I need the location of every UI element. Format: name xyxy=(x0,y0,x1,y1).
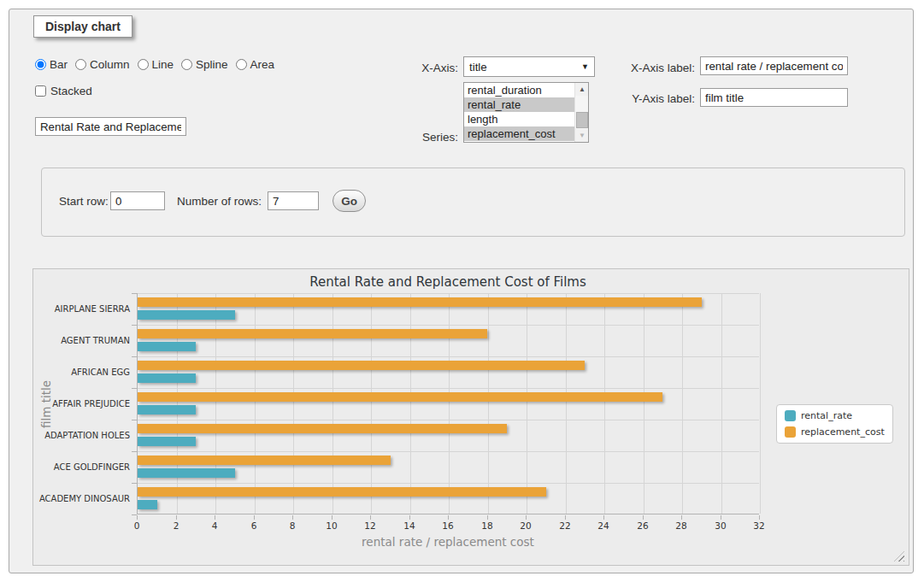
bar-group xyxy=(138,356,759,388)
chart-bar-rental_rate[interactable] xyxy=(138,373,196,383)
category-label: AIRPLANE SIERRA xyxy=(33,293,130,325)
chart-bar-replacement_cost[interactable] xyxy=(138,456,391,465)
radio-area[interactable]: Area xyxy=(236,58,275,71)
radio-column[interactable]: Column xyxy=(75,58,130,71)
bar-group xyxy=(138,451,759,483)
y-tick-mark xyxy=(132,293,137,294)
x-tick-mark xyxy=(448,515,449,520)
x-tick-label: 4 xyxy=(202,520,227,531)
radio-label: Line xyxy=(152,58,174,71)
y-tick-mark xyxy=(132,451,137,452)
radio-input-spline[interactable] xyxy=(181,59,192,70)
radio-line[interactable]: Line xyxy=(138,58,174,71)
plot-area xyxy=(137,293,759,514)
go-button[interactable]: Go xyxy=(333,190,366,212)
legend-item-rental_rate[interactable]: rental_rate xyxy=(785,410,885,421)
chart-type-radio-group: BarColumnLineSplineArea xyxy=(35,58,274,71)
x-tick-mark xyxy=(759,515,760,520)
series-option[interactable]: rental_rate xyxy=(464,97,588,112)
chart-title: Rental Rate and Replacement Cost of Film… xyxy=(137,274,759,290)
x-tick-label: 18 xyxy=(474,520,500,531)
start-row-label: Start row: xyxy=(59,195,109,208)
category-label: ACE GOLDFINGER xyxy=(33,451,130,483)
series-option[interactable]: length xyxy=(464,112,588,126)
scroll-thumb[interactable] xyxy=(576,112,588,128)
stacked-checkbox[interactable] xyxy=(35,85,46,97)
x-tick-mark xyxy=(721,515,721,520)
chart-bar-rental_rate[interactable] xyxy=(138,500,157,509)
chart-legend: rental_ratereplacement_cost xyxy=(776,404,893,444)
display-chart-legend: Display chart xyxy=(33,15,132,38)
chart-bar-rental_rate[interactable] xyxy=(138,342,196,351)
x-tick-label: 8 xyxy=(280,520,305,531)
x-tick-mark xyxy=(565,515,566,520)
scroll-down-icon[interactable]: ▼ xyxy=(575,129,589,142)
y-axis-label-input[interactable] xyxy=(700,88,848,107)
chart-bar-replacement_cost[interactable] xyxy=(138,392,662,402)
series-option[interactable]: rental_duration xyxy=(464,83,588,97)
chart-bar-replacement_cost[interactable] xyxy=(138,424,507,433)
chart-title-input[interactable] xyxy=(35,117,186,136)
radio-input-bar[interactable] xyxy=(35,59,46,70)
chart-bar-replacement_cost[interactable] xyxy=(138,329,487,338)
x-tick-label: 32 xyxy=(746,520,772,531)
category-label: AFFAIR PREJUDICE xyxy=(33,388,130,420)
radio-bar[interactable]: Bar xyxy=(35,58,68,71)
x-tick-mark xyxy=(603,515,604,520)
chart-bar-rental_rate[interactable] xyxy=(138,405,196,414)
x-axis-label-input[interactable] xyxy=(700,56,848,75)
dropdown-arrow-icon: ▼ xyxy=(581,62,589,71)
radio-input-column[interactable] xyxy=(75,59,86,70)
x-axis-select[interactable]: title ▼ xyxy=(463,56,595,77)
x-axis-title: rental rate / replacement cost xyxy=(137,535,759,549)
x-tick-label: 30 xyxy=(708,520,733,531)
radio-label: Column xyxy=(90,58,130,71)
resize-grip-icon[interactable] xyxy=(894,551,904,561)
x-tick-label: 24 xyxy=(591,520,616,531)
number-of-rows-input[interactable] xyxy=(268,191,319,210)
series-options: rental_durationrental_ratelengthreplacem… xyxy=(464,83,588,141)
row-range-panel: Start row: Number of rows: Go xyxy=(41,168,905,237)
bar-group xyxy=(138,388,759,420)
x-tick-label: 28 xyxy=(668,520,694,531)
chart-bar-rental_rate[interactable] xyxy=(138,468,235,478)
x-tick-mark xyxy=(176,515,177,520)
legend-item-replacement_cost[interactable]: replacement_cost xyxy=(785,426,885,438)
chart-bar-rental_rate[interactable] xyxy=(138,310,235,320)
bar-group xyxy=(138,293,759,325)
x-tick-label: 2 xyxy=(163,520,189,531)
x-tick-mark xyxy=(409,515,410,520)
chart-bar-rental_rate[interactable] xyxy=(138,437,196,446)
category-label: AFRICAN EGG xyxy=(33,356,130,388)
category-label: ADAPTATION HOLES xyxy=(33,420,130,451)
x-tick-mark xyxy=(332,515,333,520)
stacked-row: Stacked xyxy=(35,85,92,97)
chart-bar-replacement_cost[interactable] xyxy=(138,487,546,497)
x-tick-mark xyxy=(254,515,255,520)
y-tick-mark xyxy=(132,483,137,484)
x-tick-mark xyxy=(643,515,644,520)
series-listbox[interactable]: rental_durationrental_ratelengthreplacem… xyxy=(463,82,589,143)
series-option[interactable]: replacement_cost xyxy=(464,126,588,141)
radio-input-line[interactable] xyxy=(138,59,149,70)
radio-spline[interactable]: Spline xyxy=(181,58,228,71)
series-scrollbar[interactable]: ▲ ▼ xyxy=(574,83,588,142)
y-tick-mark xyxy=(132,388,137,389)
start-row-input[interactable] xyxy=(110,191,165,210)
category-label: ACADEMY DINOSAUR xyxy=(33,483,130,514)
x-tick-mark xyxy=(137,515,138,520)
x-tick-mark xyxy=(487,515,488,520)
chart-bar-replacement_cost[interactable] xyxy=(138,297,702,307)
x-axis-select-label: X-Axis: xyxy=(385,62,458,74)
chart-bar-replacement_cost[interactable] xyxy=(138,361,585,370)
gridline xyxy=(760,293,761,514)
scroll-up-icon[interactable]: ▲ xyxy=(575,83,589,96)
legend-swatch xyxy=(785,410,796,421)
x-tick-label: 26 xyxy=(630,520,656,531)
radio-input-area[interactable] xyxy=(236,59,247,70)
x-tick-label: 16 xyxy=(435,520,461,531)
legend-label: rental_rate xyxy=(801,410,852,421)
series-label: Series: xyxy=(385,131,458,144)
bar-group xyxy=(138,420,759,451)
y-tick-mark xyxy=(132,325,137,326)
